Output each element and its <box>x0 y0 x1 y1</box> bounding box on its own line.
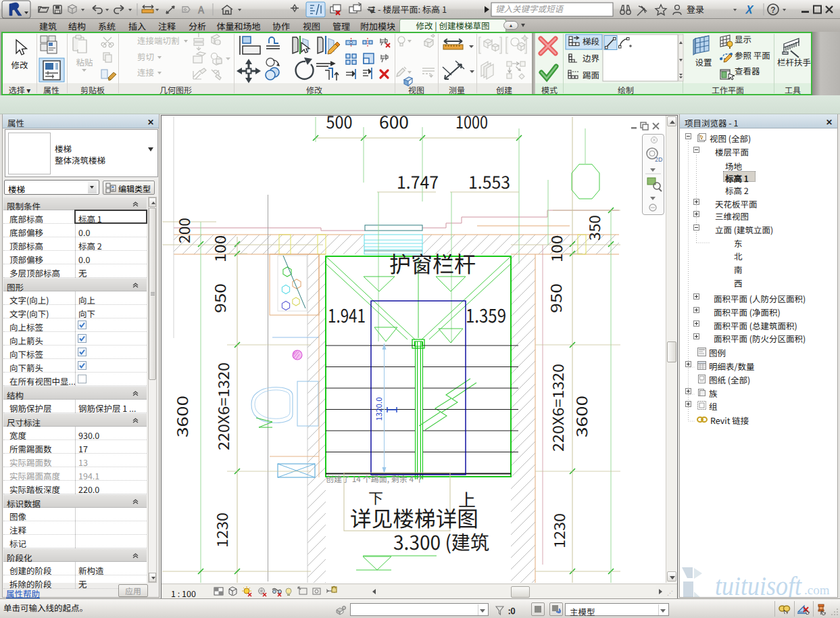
svg-text:边界: 边界 <box>583 51 600 64</box>
svg-text:220X6=1320: 220X6=1320 <box>212 362 233 450</box>
svg-text:1.359: 1.359 <box>466 301 506 328</box>
svg-text:3600: 3600 <box>170 396 192 437</box>
svg-text:1.941: 1.941 <box>328 301 366 328</box>
svg-text:1.553: 1.553 <box>468 168 510 193</box>
svg-text:tuituisoft: tuituisoft <box>715 571 802 598</box>
svg-text:键入关键字或短语: 键入关键字或短语 <box>495 2 565 15</box>
svg-text:登录: 登录 <box>687 3 704 16</box>
svg-text:查看器: 查看器 <box>735 64 760 77</box>
svg-text:X: X <box>745 1 754 17</box>
svg-text:1230: 1230 <box>547 513 569 548</box>
svg-text:剪切: 剪切 <box>137 50 154 63</box>
svg-text:1.747: 1.747 <box>397 168 439 193</box>
svg-text:护窗栏杆: 护窗栏杆 <box>389 247 476 279</box>
svg-text:1320.0: 1320.0 <box>373 397 384 421</box>
svg-text:粘贴: 粘贴 <box>76 55 93 68</box>
svg-text:栏杆扶手: 栏杆扶手 <box>777 55 811 68</box>
svg-text:?: ? <box>770 3 775 15</box>
svg-text:梯段: 梯段 <box>583 34 599 47</box>
svg-text:220X6=1320: 220X6=1320 <box>546 364 568 452</box>
svg-text:.com: .com <box>804 583 830 597</box>
svg-text:参照 平面: 参照 平面 <box>735 49 770 62</box>
svg-text:100: 100 <box>545 235 566 262</box>
svg-text:A: A <box>197 2 205 16</box>
svg-text:2D: 2D <box>655 155 663 164</box>
svg-text:1230: 1230 <box>210 513 232 548</box>
svg-text:100: 100 <box>208 235 230 262</box>
svg-text:设置: 设置 <box>695 55 712 68</box>
svg-text:连接: 连接 <box>137 66 155 78</box>
svg-text:600: 600 <box>379 115 409 133</box>
svg-text:350: 350 <box>583 215 604 241</box>
svg-text:显示: 显示 <box>735 32 751 45</box>
svg-text:3.300 (建筑: 3.300 (建筑 <box>393 527 489 555</box>
svg-text:950: 950 <box>208 283 230 313</box>
svg-text:踢面: 踢面 <box>583 68 599 81</box>
svg-text:500: 500 <box>326 115 352 133</box>
svg-text:1 - 楼层平面: 标高 1: 1 - 楼层平面: 标高 1 <box>371 3 447 16</box>
svg-text:3600: 3600 <box>570 396 591 437</box>
svg-text:连接端切割: 连接端切割 <box>137 34 180 47</box>
svg-text:创建了 14 个踢面, 剩余 4 个: 创建了 14 个踢面, 剩余 4 个 <box>326 473 424 484</box>
svg-text:200: 200 <box>172 218 194 243</box>
svg-text:1000: 1000 <box>455 115 488 133</box>
svg-text:修改: 修改 <box>11 58 28 71</box>
svg-text:950: 950 <box>544 283 566 313</box>
